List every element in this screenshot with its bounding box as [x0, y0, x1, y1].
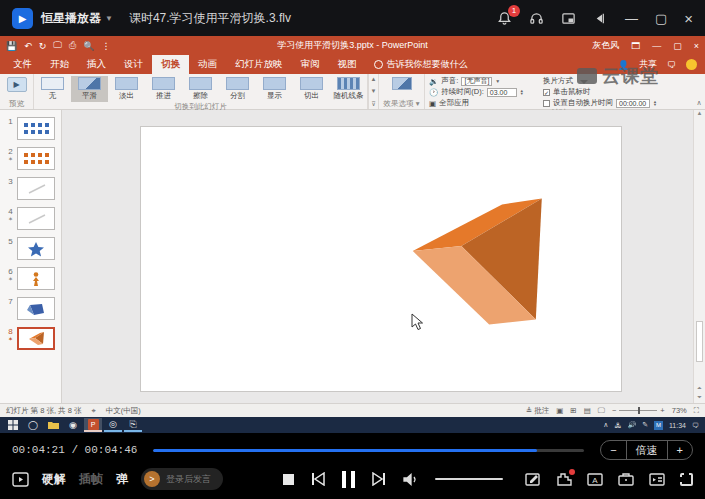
app-name[interactable]: 恒星播放器	[41, 10, 101, 27]
slide-thumb-diag-line[interactable]	[17, 207, 55, 230]
on-click-label[interactable]: 单击鼠标时	[553, 87, 591, 97]
start-button[interactable]	[4, 418, 22, 432]
sound-select[interactable]: [无声音]	[461, 77, 492, 86]
slideshow-icon[interactable]: 🖵	[598, 406, 605, 416]
start-slideshow-icon[interactable]: 🖵	[53, 40, 62, 51]
previous-slide-icon[interactable]: ⏶	[697, 385, 702, 392]
tab-审阅[interactable]: 审阅	[292, 55, 329, 74]
slide-thumb-grid-blue[interactable]	[17, 117, 55, 140]
undo-icon[interactable]: ↶	[24, 41, 32, 51]
slide-sorter-icon[interactable]: ⊞	[570, 406, 576, 415]
slide-thumb-gem-blue[interactable]	[17, 297, 55, 320]
minimize-button[interactable]: —	[625, 12, 638, 25]
file-explorer-icon[interactable]	[44, 418, 62, 432]
browser-icon[interactable]: ◉	[64, 418, 82, 432]
maximize-button[interactable]: ▢	[655, 12, 667, 25]
close-button[interactable]: ×	[684, 11, 693, 26]
slide-thumbnail-5[interactable]: 5	[4, 237, 57, 262]
ppt-minimize-button[interactable]: —	[652, 41, 661, 51]
tab-动画[interactable]: 动画	[189, 55, 226, 74]
toolbox-icon[interactable]	[618, 472, 634, 487]
transition-显示[interactable]: 显示	[256, 76, 293, 102]
preview-icon[interactable]: ▶	[7, 77, 27, 92]
speaker-tray-icon[interactable]: 🔊	[627, 421, 636, 429]
transition-擦除[interactable]: 擦除	[182, 76, 219, 102]
redo-icon[interactable]: ↻	[39, 41, 47, 51]
float-window-icon[interactable]	[12, 472, 29, 487]
pause-button[interactable]	[342, 471, 355, 488]
slide-thumbnail-1[interactable]: 1	[4, 117, 57, 142]
tab-视图[interactable]: 视图	[329, 55, 366, 74]
volume-icon[interactable]	[403, 473, 418, 486]
transition-切出[interactable]: 切出	[293, 76, 330, 102]
effect-options-button[interactable]: 效果选项 ▾	[379, 74, 425, 109]
sound-dropdown-icon[interactable]: ▼	[495, 78, 500, 84]
transition-无[interactable]: 无	[34, 76, 71, 102]
tab-插入[interactable]: 插入	[78, 55, 115, 74]
gallery-down-icon[interactable]: ▼	[371, 88, 377, 94]
normal-view-icon[interactable]: ▣	[556, 406, 563, 415]
tab-文件[interactable]: 文件	[4, 55, 41, 74]
mini-mode-icon[interactable]	[593, 11, 608, 26]
network-icon[interactable]: 🖧	[614, 422, 621, 429]
next-button[interactable]	[372, 472, 386, 486]
vertical-scrollbar[interactable]: ▲ ⏶ ⏷	[693, 110, 705, 403]
save-icon[interactable]: 💾	[6, 41, 17, 51]
ppt-close-button[interactable]: ×	[694, 41, 699, 51]
note-edit-icon[interactable]	[525, 472, 541, 487]
action-center-icon[interactable]: 🗨	[692, 422, 699, 429]
more-commands-icon[interactable]: ⋮	[101, 41, 110, 51]
search-taskbar-icon[interactable]: ◯	[24, 418, 42, 432]
frame-interpolation-button[interactable]: 插帧	[79, 471, 103, 488]
tray-expand-icon[interactable]: ∧	[603, 421, 608, 429]
language-indicator[interactable]: 中文(中国)	[106, 406, 141, 416]
transition-推进[interactable]: 推进	[145, 76, 182, 102]
zoom-in-icon[interactable]: +	[660, 406, 664, 415]
stop-button[interactable]	[283, 474, 294, 485]
auto-advance-input[interactable]: 00:00.00	[616, 99, 650, 108]
danmaku-toggle[interactable]: 弹	[116, 471, 128, 488]
tab-设计[interactable]: 设计	[115, 55, 152, 74]
speed-label[interactable]: 倍速	[626, 441, 667, 459]
tab-切换[interactable]: 切换	[152, 55, 189, 74]
duration-input[interactable]: 03.00	[487, 88, 517, 97]
speed-increase-button[interactable]: +	[667, 441, 692, 459]
slide-thumb-diag-line[interactable]	[17, 177, 55, 200]
tab-幻灯片放映[interactable]: 幻灯片放映	[226, 55, 292, 74]
zoom-knob[interactable]	[638, 407, 640, 414]
apply-all-button[interactable]: 全部应用	[439, 98, 469, 108]
search-icon[interactable]: 🔍	[83, 41, 94, 51]
hard-decode-button[interactable]: 硬解	[42, 471, 66, 488]
tell-me-box[interactable]: 告诉我你想要做什么	[366, 55, 476, 74]
scrollbar-thumb[interactable]	[696, 321, 703, 362]
slide-thumbnail-7[interactable]: 7	[4, 297, 57, 322]
zoom-out-icon[interactable]: −	[612, 406, 616, 415]
slide-thumbnail-8[interactable]: 8✶	[4, 327, 57, 352]
volume-slider[interactable]	[435, 478, 503, 480]
comment-icon[interactable]: 🗨	[667, 60, 676, 70]
current-slide-canvas[interactable]	[140, 126, 622, 392]
seek-bar[interactable]	[153, 449, 584, 452]
transition-分割[interactable]: 分割	[219, 76, 256, 102]
print-icon[interactable]: ⎙	[69, 40, 76, 51]
next-slide-icon[interactable]: ⏷	[697, 394, 702, 401]
app1-taskbar-icon[interactable]: ◎	[104, 418, 122, 432]
ppt-maximize-button[interactable]: ▢	[673, 41, 682, 51]
orange-3d-shape[interactable]	[141, 127, 621, 391]
clock-taskbar[interactable]: 11:34	[669, 422, 686, 429]
plugin-icon[interactable]	[556, 472, 572, 487]
auto-advance-checkbox[interactable]	[543, 100, 550, 107]
slide-thumb-grid-orange[interactable]	[17, 147, 55, 170]
danmaku-input[interactable]: > 登录后发言	[141, 468, 223, 490]
pip-icon[interactable]	[561, 11, 576, 26]
powerpoint-taskbar-icon[interactable]: P	[84, 418, 102, 432]
chevron-down-icon[interactable]: ▼	[105, 14, 113, 23]
slide-thumbnail-2[interactable]: 2✶	[4, 147, 57, 172]
subtitle-icon[interactable]: A	[587, 472, 603, 487]
transition-随机线条[interactable]: 随机线条	[330, 76, 367, 102]
ppt-user-name[interactable]: 灰色风	[592, 39, 619, 52]
auto-advance-label[interactable]: 设置自动换片时间	[553, 98, 613, 108]
fullscreen-button[interactable]	[680, 473, 693, 486]
collapse-ribbon-icon[interactable]: ∧	[693, 74, 705, 109]
app2-taskbar-icon[interactable]: ⎘	[124, 418, 142, 432]
